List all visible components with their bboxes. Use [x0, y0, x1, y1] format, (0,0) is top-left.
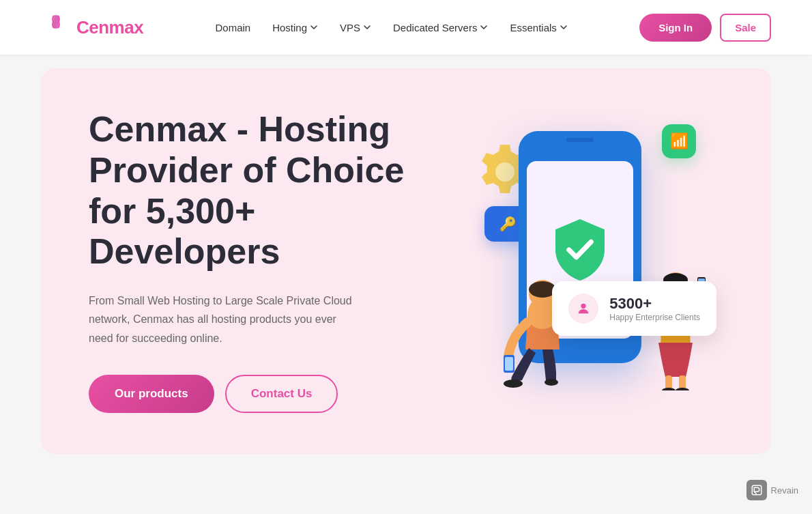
- svg-rect-22: [752, 485, 762, 495]
- svg-point-18: [676, 388, 689, 390]
- stats-info: 5300+ Happy Enterprise Clients: [609, 295, 700, 322]
- stats-number: 5300+: [609, 295, 700, 313]
- header-actions: Sign In Sale: [639, 14, 771, 42]
- wifi-icon: 📶: [670, 132, 688, 150]
- nav-hosting-label: Hosting: [272, 22, 307, 33]
- user-icon: [576, 301, 591, 316]
- nav-domain-label: Domain: [215, 22, 250, 33]
- contact-us-button[interactable]: Contact Us: [225, 375, 338, 413]
- hero-illustration: 🔑 📶: [471, 117, 723, 404]
- wifi-bubble: 📶: [662, 124, 696, 158]
- hero-subtitle: From Small Web Hosting to Large Scale Pr…: [89, 291, 362, 347]
- nav-dedicated-servers[interactable]: Dedicated Servers: [393, 22, 488, 33]
- stats-avatar: [568, 294, 598, 324]
- svg-rect-16: [679, 375, 686, 389]
- hero-section: Cenmax - Hosting Provider of Choice for …: [41, 68, 771, 454]
- stats-card: 5300+ Happy Enterprise Clients: [552, 281, 716, 336]
- nav-dedicated-label: Dedicated Servers: [393, 22, 477, 33]
- our-products-button[interactable]: Our products: [89, 375, 214, 413]
- revain-logo-icon: [751, 484, 763, 496]
- key-icon: 🔑: [499, 216, 517, 232]
- header: Cenmax Domain Hosting VPS Dedicated Serv…: [0, 0, 812, 55]
- revain-watermark: Revain: [746, 480, 798, 500]
- nav-essentials-label: Essentials: [510, 22, 556, 33]
- nav-domain[interactable]: Domain: [215, 22, 250, 33]
- hero-title: Cenmax - Hosting Provider of Choice for …: [89, 109, 444, 272]
- logo-icon: [41, 12, 71, 42]
- chevron-down-icon: [480, 23, 488, 31]
- hero-buttons: Our products Contact Us: [89, 375, 444, 413]
- stats-label: Happy Enterprise Clients: [609, 313, 700, 322]
- chevron-down-icon: [560, 23, 568, 31]
- svg-rect-15: [665, 375, 672, 389]
- hero-wrapper: Cenmax - Hosting Provider of Choice for …: [0, 55, 812, 468]
- brand-name: Cenmax: [76, 17, 143, 38]
- nav-vps-label: VPS: [340, 22, 360, 33]
- revain-icon: [746, 480, 767, 500]
- main-nav: Domain Hosting VPS Dedicated Servers Ess…: [215, 22, 567, 33]
- shield-icon: [549, 216, 611, 284]
- chevron-down-icon: [363, 23, 371, 31]
- logo[interactable]: Cenmax: [41, 12, 143, 42]
- nav-hosting[interactable]: Hosting: [272, 22, 318, 33]
- svg-point-10: [545, 379, 558, 386]
- svg-point-5: [495, 162, 514, 182]
- svg-point-17: [662, 388, 676, 390]
- nav-vps[interactable]: VPS: [340, 22, 371, 33]
- svg-rect-12: [505, 357, 513, 371]
- revain-label: Revain: [771, 485, 798, 496]
- sale-button[interactable]: Sale: [720, 14, 771, 42]
- hero-content: Cenmax - Hosting Provider of Choice for …: [89, 109, 444, 413]
- svg-point-21: [581, 304, 586, 309]
- chevron-down-icon: [310, 23, 318, 31]
- nav-essentials[interactable]: Essentials: [510, 22, 567, 33]
- sign-in-button[interactable]: Sign In: [639, 14, 712, 42]
- svg-point-9: [504, 380, 523, 388]
